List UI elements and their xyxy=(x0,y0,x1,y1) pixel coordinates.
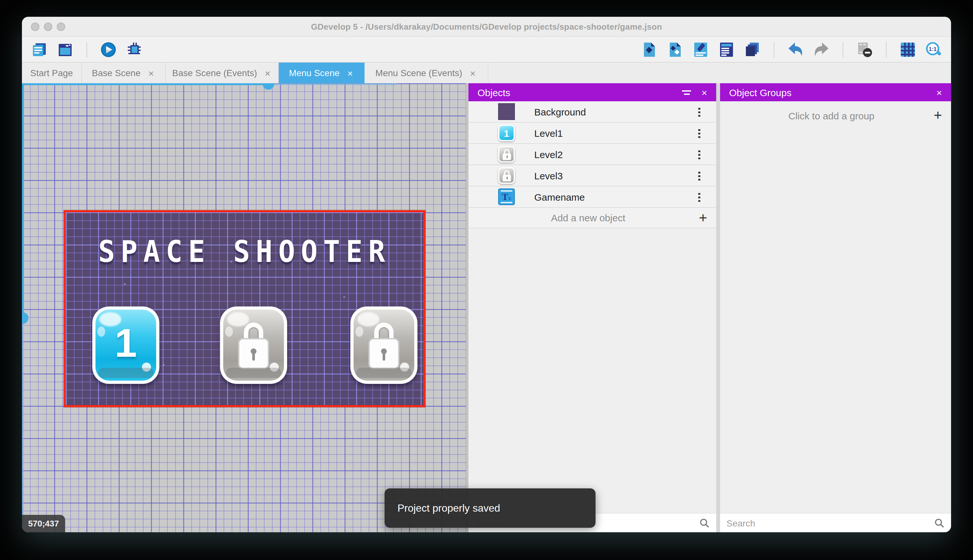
minimize-window-button[interactable] xyxy=(44,23,52,31)
scene-instance-background[interactable]: SPACE SHOOTER 1 xyxy=(64,210,425,407)
add-group-button[interactable]: Click to add a group + xyxy=(720,101,951,130)
level-2-locked-sprite xyxy=(220,307,287,384)
search-icon xyxy=(700,518,710,528)
tab-base-scene[interactable]: Base Scene × xyxy=(82,63,166,83)
object-name: Gamename xyxy=(534,191,692,202)
object-menu-icon[interactable]: ⋮ xyxy=(688,191,710,203)
object-menu-icon[interactable]: ⋮ xyxy=(688,148,710,160)
layers-icon[interactable] xyxy=(743,40,762,59)
close-tab-icon[interactable]: × xyxy=(346,67,355,78)
close-tab-icon[interactable]: × xyxy=(263,67,272,78)
tab-label: Start Page xyxy=(30,68,73,78)
zoom-1-1-icon[interactable]: 1:1 xyxy=(924,40,943,59)
toolbar-separator xyxy=(87,42,87,57)
filter-icon[interactable] xyxy=(682,90,691,95)
objects-panel-header: Objects × xyxy=(468,83,716,101)
scene-canvas[interactable]: SPACE SHOOTER 1 xyxy=(22,83,466,532)
lock-icon xyxy=(238,323,269,369)
panel-resize-divider[interactable] xyxy=(716,83,720,532)
object-groups-panel-title: Object Groups xyxy=(729,87,926,98)
debug-icon[interactable] xyxy=(125,40,144,59)
tab-start-page[interactable]: Start Page xyxy=(22,63,82,83)
object-name: Background xyxy=(534,106,692,117)
tab-base-scene-events[interactable]: Base Scene (Events) × xyxy=(166,63,279,83)
title-bar: GDevelop 5 - /Users/dkarakay/Documents/G… xyxy=(22,17,951,37)
vertical-scrollbar-handle[interactable] xyxy=(22,312,28,324)
add-group-label: Click to add a group xyxy=(729,110,934,121)
main-toolbar: 1:1 xyxy=(22,37,951,63)
object-name: Level2 xyxy=(534,149,692,160)
object-row-background[interactable]: Background ⋮ xyxy=(468,101,716,123)
objects-panel: Objects × Background ⋮ 1 Level1 ⋮ xyxy=(468,83,716,532)
toolbar-separator xyxy=(886,42,886,57)
toolbar-separator xyxy=(774,42,774,57)
object-row-level2[interactable]: Level2 ⋮ xyxy=(468,144,716,165)
tab-label: Menu Scene (Events) xyxy=(375,68,462,78)
object-menu-icon[interactable]: ⋮ xyxy=(688,169,710,182)
level3-thumbnail xyxy=(498,167,515,184)
object-groups-search-input[interactable] xyxy=(726,518,934,528)
object-menu-icon[interactable]: ⋮ xyxy=(688,127,710,139)
project-manager-icon[interactable] xyxy=(30,40,49,59)
tab-label: Base Scene xyxy=(92,68,141,78)
edit-scene-properties-icon[interactable] xyxy=(691,40,710,59)
level-1-button-sprite: 1 xyxy=(92,307,159,384)
redo-icon[interactable] xyxy=(812,40,831,59)
level-number: 1 xyxy=(95,320,156,366)
tab-label: Menu Scene xyxy=(289,68,340,78)
search-icon xyxy=(934,518,945,528)
objects-panel-title: Objects xyxy=(478,87,672,98)
object-groups-panel: Object Groups × Click to add a group + xyxy=(720,83,951,532)
object-groups-panel-header: Object Groups × xyxy=(720,83,951,101)
cursor-coordinates-badge: 570;437 xyxy=(22,515,65,532)
desktop: GDevelop 5 - /Users/dkarakay/Documents/G… xyxy=(0,0,973,560)
object-groups-search-bar xyxy=(720,513,951,532)
maximize-window-button[interactable] xyxy=(57,23,65,31)
horizontal-scrollbar[interactable] xyxy=(22,83,268,85)
properties-panel-icon[interactable] xyxy=(717,40,736,59)
undo-icon[interactable] xyxy=(786,40,805,59)
panel-resize-divider[interactable] xyxy=(466,83,468,532)
object-row-gamename[interactable]: Tx Gamename ⋮ xyxy=(468,187,716,208)
close-panel-icon[interactable]: × xyxy=(701,87,707,98)
mask-toggle-icon[interactable] xyxy=(855,40,874,59)
close-tab-icon[interactable]: × xyxy=(469,67,477,78)
add-object-button[interactable]: Add a new object + xyxy=(468,208,716,228)
level-3-locked-sprite xyxy=(350,307,417,384)
close-window-button[interactable] xyxy=(31,23,39,31)
add-object-icon[interactable] xyxy=(640,40,659,59)
window-title: GDevelop 5 - /Users/dkarakay/Documents/G… xyxy=(311,22,662,31)
background-thumbnail xyxy=(498,103,515,120)
level2-thumbnail xyxy=(498,146,515,163)
plus-icon: + xyxy=(699,211,707,224)
vertical-scrollbar[interactable] xyxy=(22,83,24,318)
scene-editor-icon[interactable] xyxy=(55,40,75,59)
traffic-lights xyxy=(31,23,65,31)
add-object-label: Add a new object xyxy=(478,212,699,223)
toast-message: Project properly saved xyxy=(397,502,500,514)
close-panel-icon[interactable]: × xyxy=(936,87,942,98)
grid-toggle-icon[interactable] xyxy=(898,40,918,59)
gdevelop-window: GDevelop 5 - /Users/dkarakay/Documents/G… xyxy=(22,17,951,532)
object-menu-icon[interactable]: ⋮ xyxy=(688,105,710,118)
scene-game-title: SPACE SHOOTER xyxy=(66,234,423,269)
tab-menu-scene[interactable]: Menu Scene × xyxy=(279,63,365,83)
plus-icon: + xyxy=(934,109,942,122)
close-tab-icon[interactable]: × xyxy=(147,67,155,78)
svg-text:1:1: 1:1 xyxy=(929,46,937,52)
lock-icon xyxy=(368,323,400,369)
object-row-level1[interactable]: 1 Level1 ⋮ xyxy=(468,123,716,144)
editor-tabs: Start Page Base Scene × Base Scene (Even… xyxy=(22,63,951,83)
object-row-level3[interactable]: Level3 ⋮ xyxy=(468,165,716,187)
toolbar-separator xyxy=(843,42,843,57)
save-toast: Project properly saved xyxy=(385,488,596,528)
play-icon[interactable] xyxy=(99,40,118,59)
object-groups-icon[interactable] xyxy=(665,40,685,59)
object-name: Level1 xyxy=(534,127,692,138)
horizontal-scrollbar-handle[interactable] xyxy=(263,83,274,90)
tab-menu-scene-events[interactable]: Menu Scene (Events) × xyxy=(365,63,488,83)
level1-thumbnail: 1 xyxy=(498,125,515,141)
object-name: Level3 xyxy=(534,170,692,181)
tab-label: Base Scene (Events) xyxy=(172,68,257,78)
gamename-thumbnail: Tx xyxy=(498,188,515,205)
